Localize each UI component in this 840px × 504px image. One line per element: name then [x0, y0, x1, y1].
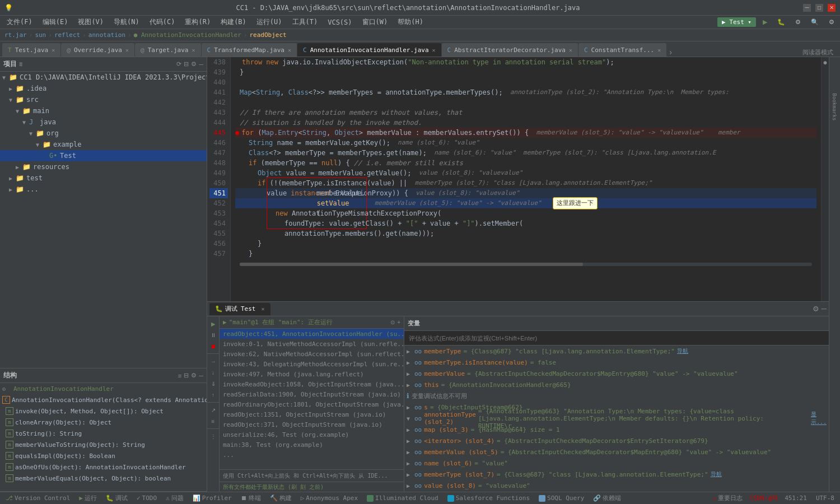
status-anonymous-apex[interactable]: ▷ Anonymous Apex — [298, 494, 360, 502]
breadcrumb-class[interactable]: ● AnnotationInvocationHandler — [134, 31, 241, 39]
toolbar-build[interactable]: ⚙ — [792, 15, 804, 30]
tab-transformed-close[interactable]: ✕ — [288, 47, 291, 53]
breadcrumb-reflect[interactable]: reflect — [54, 31, 80, 39]
tree-java[interactable]: ▼ J java — [0, 116, 207, 128]
menu-run[interactable]: 运行(U) — [252, 16, 287, 28]
tree-idea[interactable]: ▶ 📁 .idea — [0, 83, 207, 94]
stack-item-4[interactable]: invoke:497, Method (java.lang.reflect) — [220, 369, 404, 379]
tree-src[interactable]: ▼ 📁 src — [0, 94, 207, 105]
var-name-slot6[interactable]: ▶ oo name (slot_6) = "value" — [404, 458, 829, 469]
menu-refactor[interactable]: 重构(R) — [180, 16, 215, 28]
tree-main[interactable]: ▼ 📁 main — [0, 105, 207, 116]
var-annotationtype-nav[interactable]: 显示... — [811, 410, 827, 426]
tree-more[interactable]: ▶ 📁 ... — [0, 184, 207, 195]
tab-abstract-iter[interactable]: C AbstractIteratorDecorator.java ✕ — [442, 43, 578, 57]
project-collapse-btn[interactable]: ⊟ — [184, 60, 189, 68]
project-settings-btn[interactable]: ⚙ — [191, 60, 197, 68]
status-encoding[interactable]: UTF-8 — [814, 494, 837, 502]
tab-annotation-close[interactable]: ✕ — [432, 47, 436, 53]
var-this[interactable]: ▶ oo this = {AnnotationInvocationHandler… — [404, 379, 829, 390]
run-config-selector[interactable]: ▶ Test ▾ — [717, 17, 756, 27]
run-to-cursor-btn[interactable]: ↗ — [208, 405, 218, 415]
tree-example[interactable]: ▼ 📁 example — [0, 139, 207, 150]
status-problems[interactable]: ⚠ 问题 — [164, 494, 186, 502]
struct-equals[interactable]: m equalsImpl(Object): Boolean — [0, 450, 207, 461]
stack-item-1[interactable]: invoke:0-1, NativeMethodAccessorImpl (su… — [220, 339, 404, 349]
menu-file[interactable]: 文件(F) — [2, 16, 37, 28]
menu-help[interactable]: 帮助(H) — [393, 16, 428, 28]
var-value-slot8[interactable]: ▶ oo value (slot_8) = "valuevalue" — [404, 480, 829, 491]
struct-membervalue[interactable]: m memberValueToString(Object): String — [0, 439, 207, 450]
menu-edit[interactable]: 编辑(E) — [38, 16, 73, 28]
tab-override-close[interactable]: ✕ — [125, 47, 129, 53]
debug-more-btn[interactable]: ⋮ — [208, 431, 218, 441]
struct-collapse-all[interactable]: ⊟ — [184, 372, 189, 379]
debug-tab-debugger[interactable]: 🐛 调试 Test ✕ — [209, 303, 270, 315]
debug-settings-btn[interactable]: ⚙ — [813, 305, 819, 313]
variables-expression-input[interactable] — [404, 331, 829, 346]
struct-memvaleq[interactable]: m memberValueEquals(Object, Object): boo… — [0, 473, 207, 484]
menu-nav[interactable]: 导航(N) — [109, 16, 144, 28]
stack-item-3[interactable]: invoke:43, DelegatingMethodAccessorImpl … — [220, 359, 404, 369]
struct-settings[interactable]: ⚙ — [191, 372, 197, 379]
status-version-control[interactable]: ⎇ Version Control — [3, 494, 72, 502]
var-membervalue-slot5[interactable]: ▶ oo memberValue (slot_5) = {AbstractInp… — [404, 446, 829, 458]
stack-item-6[interactable]: readSerialData:1900, ObjectInputStream (… — [220, 389, 404, 399]
debug-tab-close[interactable]: ✕ — [262, 306, 265, 312]
stack-item-0[interactable]: readObject:451, AnnotationInvocationHand… — [220, 329, 404, 339]
menu-view[interactable]: 视图(V) — [73, 16, 108, 28]
project-sync-btn[interactable]: ⟳ — [176, 60, 181, 68]
tab-const-close[interactable]: ✕ — [657, 47, 661, 53]
stop-btn[interactable]: ⏹ — [208, 341, 218, 351]
resume-btn[interactable]: ▶ — [208, 319, 218, 329]
breadcrumb-annotation[interactable]: annotation — [88, 31, 125, 39]
struct-tostring[interactable]: m toString(): String — [0, 428, 207, 439]
add-thread-btn[interactable]: + — [397, 319, 400, 325]
status-todo[interactable]: ✓ TODO — [134, 494, 159, 502]
status-sf-functions[interactable]: Salesforce Functions — [445, 494, 532, 502]
menu-tools[interactable]: 工具(T) — [288, 16, 323, 28]
close-button[interactable]: ✕ — [828, 4, 836, 12]
var-iterator[interactable]: ▶ oo <iterator> (slot_4) = {AbstractInpu… — [404, 435, 829, 446]
tab-annotation-handler[interactable]: C AnnotationInvocationHandler.java ✕ — [297, 43, 442, 57]
status-important-log[interactable]: ⚠ 重要日志 — [711, 494, 745, 502]
struct-constructor[interactable]: C AnnotationInvocationHandler(Class<? ex… — [0, 394, 207, 405]
tab-override[interactable]: @ Override.java ✕ — [61, 43, 135, 57]
tree-root[interactable]: ▼ 📁 CC1 D:\JAVA\IDEA\IntelliJ IDEA 2021.… — [0, 72, 207, 83]
status-build[interactable]: 🔨 构建 — [268, 494, 294, 502]
stack-item-8[interactable]: readObject:1351, ObjectInputStream (java… — [220, 409, 404, 419]
menu-build[interactable]: 构建(B) — [216, 16, 251, 28]
tab-const-transf[interactable]: C ConstantTransf... ✕ — [578, 43, 667, 57]
tree-test-folder[interactable]: ▶ 📁 test — [0, 172, 207, 184]
tab-transformed[interactable]: C TransformedMap.java ✕ — [202, 43, 298, 57]
tab-test[interactable]: T Test.java ✕ — [2, 43, 61, 57]
status-debug[interactable]: 🐛 调试 — [104, 494, 130, 502]
step-over-btn[interactable]: → — [208, 356, 218, 366]
var-membertype[interactable]: ▶ oo memberType = {Class@687} "class [Lj… — [404, 346, 829, 357]
tree-resources[interactable]: ▶ 📁 resources — [0, 161, 207, 172]
breadcrumb-sun[interactable]: sun — [35, 31, 46, 39]
var-isinstance[interactable]: ▶ oo memberType.isInstance(value) = fals… — [404, 357, 829, 368]
struct-close[interactable]: ─ — [199, 372, 203, 379]
status-terminal[interactable]: ⏹ 终端 — [239, 494, 263, 502]
editor-scrollbar[interactable] — [235, 259, 816, 270]
more-tabs-button[interactable]: › — [669, 48, 672, 57]
var-membertype-nav[interactable]: 导航 — [677, 347, 688, 355]
tree-test-class[interactable]: G• Test — [0, 150, 207, 161]
step-into-btn[interactable]: ↓ — [208, 367, 218, 377]
menu-code[interactable]: 代码(C) — [145, 16, 180, 28]
stack-item-9[interactable]: readObject:371, ObjectInputStream (java.… — [220, 419, 404, 430]
tab-target[interactable]: @ Target.java ✕ — [135, 43, 202, 57]
reader-mode-button[interactable]: 阅读器模式 — [802, 48, 833, 57]
maximize-button[interactable]: □ — [815, 4, 823, 12]
toolbar-settings[interactable]: ⚙ — [825, 15, 838, 30]
breadcrumb-rt[interactable]: rt.jar — [4, 31, 27, 39]
var-mt7-nav[interactable]: 导航 — [711, 470, 722, 478]
pause-btn[interactable]: ⏸ — [208, 330, 218, 340]
status-deps[interactable]: 🔗 依赖端 — [591, 494, 623, 502]
force-step-into-btn[interactable]: ⇓ — [208, 379, 218, 389]
stack-item-2[interactable]: invoke:62, NativeMethodAccessorImpl (sun… — [220, 349, 404, 359]
tree-org[interactable]: ▼ 📁 org — [0, 128, 207, 139]
stack-item-7[interactable]: readOrdinaryObject:1801, ObjectInputStre… — [220, 399, 404, 409]
minimize-button[interactable]: ─ — [803, 4, 811, 12]
